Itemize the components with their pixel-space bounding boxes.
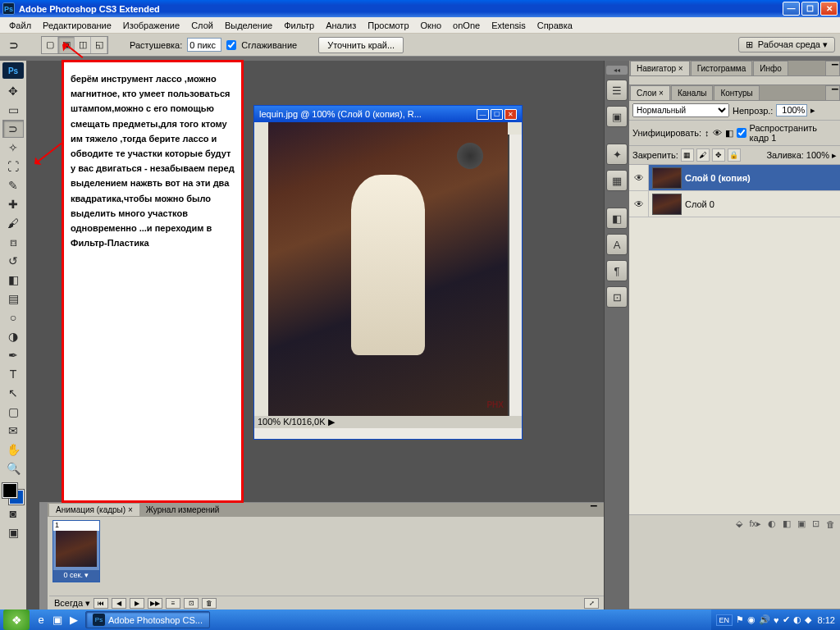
tray-icon[interactable]: ✔ [783, 614, 790, 625]
layer-group-icon[interactable]: ▣ [797, 518, 806, 529]
layer-mask-icon[interactable]: ◐ [768, 518, 776, 529]
unify-visibility-icon[interactable]: 👁 [713, 128, 722, 138]
dodge-tool[interactable]: ◑ [2, 327, 24, 345]
anim-tween[interactable]: ≡ [166, 598, 180, 609]
type-tool[interactable]: T [2, 365, 24, 383]
document-scrollbar-horizontal[interactable] [254, 428, 522, 439]
ruler-vertical[interactable] [254, 122, 268, 428]
menu-filter[interactable]: Фильтр [278, 19, 320, 32]
anim-new-frame[interactable]: ⊡ [184, 598, 199, 609]
crop-tool[interactable]: ⛶ [2, 158, 24, 176]
antialias-checkbox[interactable] [226, 40, 236, 50]
layer-name[interactable]: Слой 0 [685, 199, 714, 209]
layer-row[interactable]: 👁 Слой 0 [629, 191, 840, 217]
navigator-panel-menu[interactable]: ▔ [825, 61, 840, 75]
brush-tool[interactable]: 🖌 [2, 214, 24, 232]
pen-tool[interactable]: ✒ [2, 346, 24, 364]
lock-pixels-icon[interactable]: 🖌 [696, 148, 710, 162]
tray-icon[interactable]: ⚑ [736, 614, 744, 625]
tray-icon[interactable]: ◐ [793, 614, 801, 625]
minimize-button[interactable]: — [783, 2, 800, 16]
healing-brush-tool[interactable]: ✚ [2, 195, 24, 213]
lock-all-icon[interactable]: 🔒 [728, 148, 741, 162]
blur-tool[interactable]: ○ [2, 308, 24, 326]
lasso-tool[interactable]: ⊃ [2, 120, 24, 138]
taskbar-app-photoshop[interactable]: Ps Adobe Photoshop CS... [85, 611, 210, 628]
dock-icon-swatches[interactable]: ▦ [606, 170, 628, 191]
layer-name[interactable]: Слой 0 (копия) [685, 173, 751, 183]
menu-image[interactable]: Изображение [117, 19, 185, 32]
animation-frame-1[interactable]: 1 0 сек. ▾ [52, 520, 100, 582]
eraser-tool[interactable]: ◧ [2, 271, 24, 289]
quicklaunch-desktop-icon[interactable]: ▣ [49, 612, 66, 628]
tray-icon[interactable]: ♥ [774, 615, 779, 625]
animation-panel-menu[interactable]: ▔ [584, 504, 604, 516]
dock-icon-paragraph[interactable]: ¶ [606, 260, 628, 281]
quicklaunch-ie-icon[interactable]: e [33, 612, 49, 628]
layer-row[interactable]: 👁 Слой 0 (копия) [629, 165, 840, 191]
layer-thumbnail[interactable] [652, 167, 682, 189]
doc-minimize-button[interactable]: — [477, 109, 489, 120]
current-tool-icon[interactable]: ⊃ [5, 38, 23, 52]
clone-stamp-tool[interactable]: ⧈ [2, 233, 24, 251]
hand-tool[interactable]: ✋ [2, 441, 24, 459]
history-brush-tool[interactable]: ↺ [2, 252, 24, 270]
adjustment-layer-icon[interactable]: ◧ [783, 518, 791, 529]
marquee-tool[interactable]: ▭ [2, 101, 24, 119]
menu-analysis[interactable]: Анализ [320, 19, 362, 32]
tab-histogram[interactable]: Гистограмма [691, 61, 753, 75]
refine-edge-button[interactable]: Уточнить край... [318, 37, 404, 53]
opacity-value[interactable]: 100% [776, 104, 807, 116]
close-button[interactable]: ✕ [820, 2, 838, 16]
dock-icon-brushes[interactable]: ☰ [606, 80, 628, 101]
path-selection-tool[interactable]: ↖ [2, 384, 24, 402]
language-indicator[interactable]: EN [716, 614, 733, 626]
dock-icon-character[interactable]: A [606, 234, 628, 255]
doc-maximize-button[interactable]: ☐ [491, 109, 503, 120]
lock-transparency-icon[interactable]: ▦ [681, 148, 694, 162]
tray-clock[interactable]: 8:12 [818, 615, 835, 625]
tab-paths[interactable]: Контуры [714, 85, 759, 100]
layers-panel-menu[interactable]: ▔ [825, 85, 840, 100]
document-scrollbar-vertical[interactable] [509, 135, 522, 428]
menu-help[interactable]: Справка [532, 19, 578, 32]
dock-toggle-top[interactable]: ◂◂ [606, 66, 628, 75]
frame-delay[interactable]: 0 сек. ▾ [53, 570, 99, 582]
menu-select[interactable]: Выделение [219, 19, 278, 32]
foreground-color[interactable] [2, 483, 17, 498]
delete-layer-icon[interactable]: 🗑 [826, 519, 835, 529]
move-tool[interactable]: ✥ [2, 82, 24, 100]
dock-icon-layer-comps[interactable]: ⊡ [606, 286, 628, 308]
layer-visibility-icon[interactable]: 👁 [629, 191, 649, 217]
tab-animation-frames[interactable]: Анимация (кадры) × [49, 504, 139, 516]
notes-tool[interactable]: ✉ [2, 422, 24, 440]
blend-mode-select[interactable]: Нормальный [632, 103, 729, 117]
menu-onone[interactable]: onOne [447, 19, 486, 32]
loop-selector[interactable]: Всегда ▾ [54, 598, 90, 609]
unify-position-icon[interactable]: ↕ [705, 128, 710, 138]
maximize-button[interactable]: ☐ [801, 2, 819, 16]
workspace-switcher[interactable]: ⊞Рабочая среда ▾ [738, 37, 835, 52]
menu-view[interactable]: Просмотр [362, 19, 414, 32]
screen-mode-toggle[interactable]: ▣ [2, 523, 24, 541]
propagate-frame-checkbox[interactable] [737, 128, 746, 138]
layer-thumbnail[interactable] [652, 194, 682, 215]
magic-wand-tool[interactable]: ✧ [2, 139, 24, 157]
anim-convert-timeline[interactable]: ⤢ [584, 598, 599, 609]
new-layer-icon[interactable]: ⊡ [812, 518, 819, 529]
menu-window[interactable]: Окно [415, 19, 448, 32]
tab-layers[interactable]: Слои × [630, 85, 670, 100]
dock-icon-tool-presets[interactable]: ✦ [606, 144, 628, 165]
tab-channels[interactable]: Каналы [671, 85, 714, 100]
start-button[interactable]: ❖ [3, 609, 30, 630]
dock-icon-color[interactable]: ◧ [606, 208, 628, 229]
anim-next-frame[interactable]: ▶▶ [148, 598, 162, 609]
lock-position-icon[interactable]: ✥ [712, 148, 725, 162]
unify-style-icon[interactable]: ◧ [725, 128, 733, 139]
layer-fx-icon[interactable]: fx▸ [749, 518, 761, 529]
quicklaunch-media-icon[interactable]: ▶ [66, 612, 82, 628]
tray-icon[interactable]: ◉ [747, 614, 756, 625]
link-layers-icon[interactable]: ⬙ [736, 518, 742, 529]
shape-tool[interactable]: ▢ [2, 403, 24, 421]
feather-input[interactable] [187, 38, 221, 52]
